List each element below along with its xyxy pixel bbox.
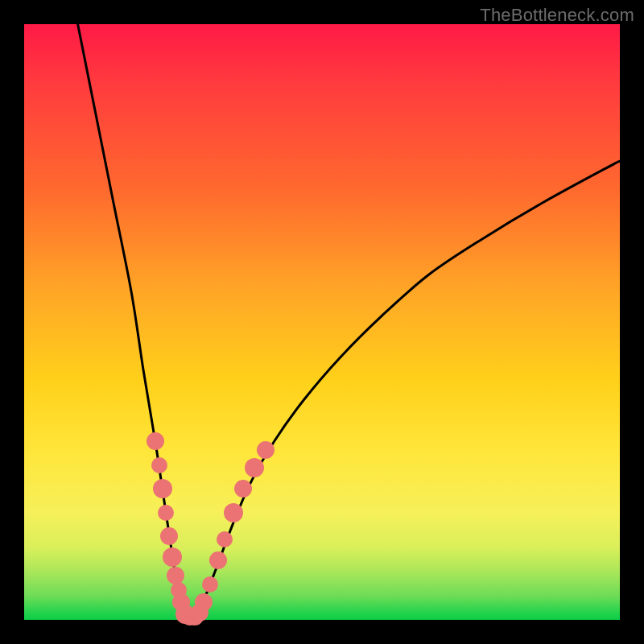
data-marker xyxy=(153,479,172,498)
data-marker xyxy=(245,458,264,477)
plot-area xyxy=(24,24,620,620)
data-marker xyxy=(217,531,233,547)
watermark-text: TheBottleneck.com xyxy=(480,5,634,26)
data-marker xyxy=(158,505,174,521)
data-marker xyxy=(202,576,218,592)
data-marker xyxy=(257,441,275,459)
bottleneck-curve xyxy=(24,24,620,620)
data-marker xyxy=(209,551,227,569)
data-marker xyxy=(147,432,164,450)
data-marker xyxy=(151,457,167,473)
data-marker xyxy=(167,567,184,584)
curve-path xyxy=(78,24,620,620)
chart-frame: TheBottleneck.com xyxy=(0,0,644,644)
